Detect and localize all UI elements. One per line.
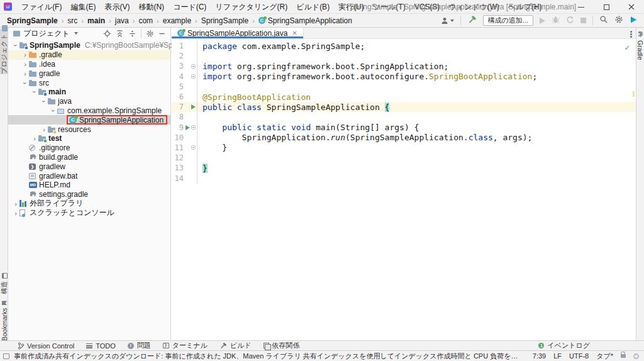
tool-window-button-terminal[interactable]: ❯ターミナル (163, 341, 208, 350)
tree-chevron-icon[interactable]: › (40, 126, 48, 133)
code-line[interactable]: 1package com.example.SpringSample; (172, 41, 636, 51)
breadcrumb-item[interactable]: main (87, 16, 106, 25)
menubar-item[interactable]: ファイル(F) (17, 0, 66, 14)
tree-row[interactable]: gradlew.bat (8, 171, 170, 181)
menubar-item[interactable]: コード(C) (169, 0, 211, 14)
tree-row[interactable]: ›.idea (8, 60, 170, 69)
fold-marker-icon[interactable] (191, 64, 196, 69)
project-settings-button[interactable] (146, 30, 154, 38)
code-line[interactable]: 11 } (172, 143, 636, 153)
breadcrumb-item[interactable]: CSpringSampleApplication (258, 16, 353, 25)
tree-chevron-icon[interactable]: › (12, 210, 19, 216)
menubar-item[interactable]: ビルド(B) (292, 0, 334, 14)
editor-gutter[interactable]: 2 (172, 51, 197, 61)
tree-chevron-icon[interactable]: › (21, 52, 29, 58)
tree-row[interactable]: MDHELP.md (8, 181, 170, 190)
menubar-item[interactable]: 表示(V) (100, 0, 134, 14)
status-message[interactable]: 事前作成済み共有インデックスのダウンロード: 事前に作成された JDK、Mave… (14, 352, 520, 361)
tree-row[interactable]: ›resources (8, 125, 170, 134)
tree-row[interactable]: ›java (8, 97, 170, 106)
tree-chevron-icon[interactable]: › (31, 88, 38, 96)
tree-row[interactable]: settings.gradle (8, 190, 170, 199)
tree-row[interactable]: ›src (8, 78, 170, 87)
line-separator[interactable]: LF (553, 352, 562, 360)
breadcrumb-item[interactable]: SpringSample (201, 16, 249, 25)
build-project-button[interactable] (467, 15, 477, 26)
inspections-ok-icon[interactable]: ✓ (625, 43, 630, 52)
editor-gutter[interactable]: 3 (172, 61, 197, 71)
tree-row[interactable]: build.gradle (8, 153, 170, 162)
stripe-tab-project-folder[interactable]: プロジェクト (0, 29, 8, 74)
event-log-button[interactable]: 1 イベントログ (538, 341, 590, 350)
project-view-selector[interactable]: プロジェクト (13, 28, 78, 39)
code-editor[interactable]: ✓ 1package com.example.SpringSample;23im… (172, 39, 636, 340)
stripe-tab-bookmark[interactable]: Bookmarks (0, 296, 8, 341)
tree-row[interactable]: ›外部ライブラリ (8, 199, 170, 209)
search-everywhere-button[interactable] (599, 15, 608, 26)
caret-position[interactable]: 7:39 (533, 352, 546, 360)
breadcrumb-item[interactable]: example (162, 16, 192, 25)
tree-chevron-icon[interactable]: › (50, 107, 57, 114)
tree-chevron-icon[interactable]: › (12, 201, 19, 207)
fold-marker-icon[interactable] (191, 74, 196, 79)
tool-window-button-build-hammer[interactable]: ビルド (219, 341, 252, 350)
stripe-tab-gradle[interactable]: Gradle (636, 29, 644, 65)
editor-gutter[interactable]: 5 (172, 82, 197, 92)
tree-row[interactable]: CSpringSampleApplication (8, 115, 170, 125)
tree-chevron-icon[interactable]: › (13, 42, 19, 49)
editor-gutter[interactable]: 14 (172, 173, 197, 183)
tree-chevron-icon[interactable]: › (21, 61, 29, 67)
tree-chevron-icon[interactable]: › (21, 70, 29, 77)
code-line[interactable]: 13} (172, 163, 636, 173)
readonly-lock-icon[interactable] (621, 354, 626, 358)
editor-gutter[interactable]: 10 (172, 133, 197, 143)
tool-window-button-git-branch[interactable]: Version Control (18, 342, 74, 350)
tree-row[interactable]: ›gradle (8, 69, 170, 78)
tree-chevron-icon[interactable]: › (22, 79, 28, 87)
run-gutter-icon[interactable] (191, 104, 196, 109)
run-gutter-icon[interactable] (186, 125, 190, 130)
stop-button-disabled[interactable] (580, 18, 586, 23)
tree-row[interactable]: ›test (8, 134, 170, 143)
debug-button-disabled[interactable] (552, 16, 560, 26)
code-line[interactable]: 2 (172, 51, 636, 61)
editor-gutter[interactable]: 6 (172, 92, 197, 102)
inspections-level-icon[interactable] (633, 353, 639, 359)
indent-style[interactable]: タブ* (596, 352, 613, 361)
breadcrumb-item[interactable]: SpringSample (6, 16, 58, 25)
code-line[interactable]: 3import org.springframework.boot.SpringA… (172, 61, 636, 71)
code-line[interactable]: 8 (172, 112, 636, 122)
stripe-tab-structure[interactable]: 構造 (0, 267, 8, 294)
editor-gutter[interactable]: 1 (172, 41, 197, 51)
collapse-all-button[interactable] (116, 30, 124, 38)
tab-options-icon[interactable] (630, 31, 632, 33)
code-line[interactable]: 5 (172, 82, 636, 92)
tree-row[interactable]: .gitignore (8, 143, 170, 153)
tree-row[interactable]: ›SpringSampleC:¥SpringBootSample¥SpringS… (8, 41, 170, 50)
fold-marker-icon[interactable] (191, 125, 196, 130)
tool-window-stripes-toggle-icon[interactable] (3, 353, 9, 359)
tool-window-button-todo-list[interactable]: TODO (86, 342, 116, 350)
code-line[interactable]: 14 (172, 173, 636, 183)
editor-gutter[interactable]: 7 (172, 102, 197, 112)
code-line[interactable]: 4import org.springframework.boot.autocon… (172, 72, 636, 82)
menubar-item[interactable]: リファクタリング(R) (211, 0, 292, 14)
code-line[interactable]: 10 SpringApplication.run(SpringSampleApp… (172, 133, 636, 143)
code-line[interactable]: 9 public static void main(String[] args)… (172, 123, 636, 133)
expand-collapse-button[interactable] (128, 30, 136, 38)
editor-gutter[interactable]: 4 (172, 72, 197, 82)
file-encoding[interactable]: UTF-8 (569, 352, 589, 360)
select-opened-file-button[interactable] (103, 30, 111, 38)
editor-gutter[interactable]: 8 (172, 112, 197, 122)
settings-button[interactable] (614, 15, 623, 26)
run-with-coverage-button-disabled[interactable] (566, 16, 574, 26)
tree-row[interactable]: ›main (8, 87, 170, 97)
tool-window-button-problems[interactable]: !問題 (128, 341, 151, 350)
tree-chevron-icon[interactable]: › (41, 97, 47, 105)
run-configuration-select[interactable]: 構成の追加... (483, 15, 533, 26)
editor-gutter[interactable]: 12 (172, 153, 197, 163)
code-line[interactable]: 7public class SpringSampleApplication { (172, 102, 636, 112)
tree-row[interactable]: ›com.example.SpringSample (8, 106, 170, 116)
tab-springsampleapplication-java[interactable]: C SpringSampleApplication.java ✕ (172, 28, 304, 38)
tree-row[interactable]: ›.gradle (8, 50, 170, 60)
